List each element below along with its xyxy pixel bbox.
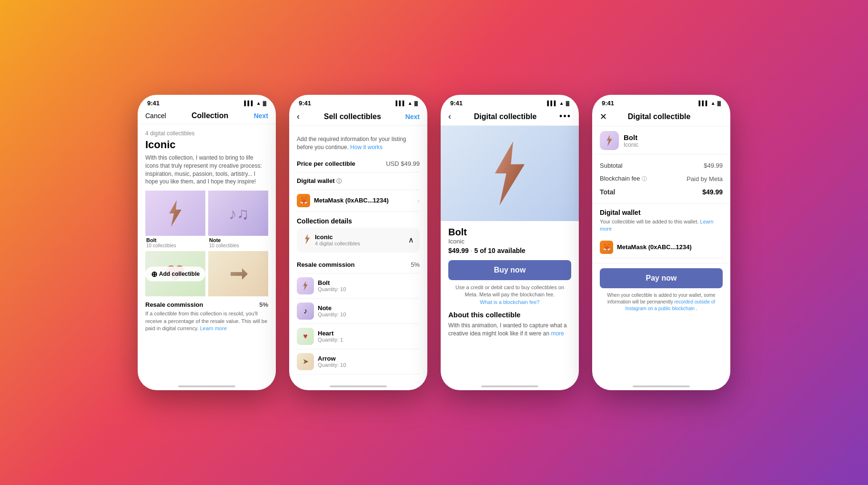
collectible-heart[interactable]: ♥ Heart Quantity: 1 bbox=[297, 324, 420, 349]
wallet-item-4[interactable]: 🦊 MetaMask (0xABC...1234) bbox=[600, 237, 723, 258]
expand-count: 4 digital collectibles bbox=[315, 241, 408, 246]
bolt-icon bbox=[163, 199, 187, 228]
collectible-arrow-info: Arrow Quantity: 10 bbox=[318, 355, 346, 368]
pay-note: When your collectible is added to your w… bbox=[600, 292, 723, 312]
collectible-note[interactable]: ♪ Note Quantity: 10 bbox=[297, 299, 420, 324]
fee-label: Blockchain fee ⓘ bbox=[600, 175, 647, 182]
nav-bar-3: ‹ Digital collectible ••• bbox=[441, 109, 579, 126]
resale-row-2: Resale commission 5% bbox=[297, 256, 420, 273]
nav-title-3: Digital collectible bbox=[474, 112, 537, 121]
buy-now-button[interactable]: Buy now bbox=[448, 260, 571, 280]
collection-title: Iconic bbox=[145, 139, 268, 151]
how-it-works-link[interactable]: How it works bbox=[350, 144, 383, 151]
back-button-3[interactable]: ‹ bbox=[448, 111, 451, 121]
bolt-count: 10 collectibles bbox=[145, 243, 205, 248]
grid-item-bolt[interactable]: Bolt 10 collectibles bbox=[145, 191, 205, 248]
dw-desc: Your collectible will be added to this w… bbox=[600, 218, 723, 233]
svg-marker-0 bbox=[169, 200, 182, 227]
note-image: ♪♫ bbox=[208, 191, 268, 236]
battery-icon-4: ▓ bbox=[717, 101, 721, 106]
collection-expand[interactable]: Iconic 4 digital collectibles ∧ bbox=[297, 228, 420, 253]
collection-desc: With this collection, I wanted to bring … bbox=[145, 154, 268, 186]
grid-item-note[interactable]: ♪♫ Note 10 collectibles bbox=[208, 191, 268, 248]
pay-now-button[interactable]: Pay now bbox=[600, 268, 723, 288]
scroll-1: 4 digital collectibles Iconic With this … bbox=[138, 124, 276, 382]
detail-item-icon bbox=[600, 131, 619, 150]
total-value: $49.99 bbox=[702, 188, 723, 196]
note-name: Note bbox=[208, 237, 268, 243]
total-row: Total $49.99 bbox=[600, 185, 723, 199]
subtotal-value: $49.99 bbox=[704, 162, 723, 169]
signal-icon-2: ▌▌▌ bbox=[396, 101, 406, 106]
note-item-name: Note bbox=[318, 304, 346, 312]
subtotal-row: Subtotal $49.99 bbox=[600, 159, 723, 172]
status-bar-4: 9:41 ▌▌▌ ▲ ▓ bbox=[592, 95, 730, 109]
about-title: About this collectible bbox=[448, 311, 571, 319]
phone-3: 9:41 ▌▌▌ ▲ ▓ ‹ Digital collectible ••• bbox=[441, 95, 579, 390]
digital-wallet-section: Digital wallet Your collectible will be … bbox=[592, 204, 730, 263]
collectibles-grid: Bolt 10 collectibles bbox=[145, 191, 268, 296]
about-more-link[interactable]: more bbox=[551, 330, 564, 337]
fee-row: Blockchain fee ⓘ Paid by Meta bbox=[600, 172, 723, 185]
wallet-name-4: MetaMask (0xABC...1234) bbox=[617, 243, 692, 251]
wifi-icon-3: ▲ bbox=[559, 101, 564, 106]
wallet-row[interactable]: Digital wallet ⓘ bbox=[297, 172, 420, 190]
status-icons-4: ▌▌▌ ▲ ▓ bbox=[699, 101, 721, 106]
wallet-name-2: MetaMask (0xABC...1234) bbox=[314, 197, 389, 204]
add-collectible-label: Add collectible bbox=[159, 271, 200, 277]
back-button-2[interactable]: ‹ bbox=[297, 111, 300, 121]
collection-details-title: Collection details bbox=[297, 217, 420, 225]
resale-desc: If a collectible from this collection is… bbox=[145, 310, 268, 332]
nav-title-4: Digital collectible bbox=[628, 112, 691, 121]
add-circle-icon: ⊕ bbox=[151, 269, 157, 278]
wallet-label: Digital wallet ⓘ bbox=[297, 177, 342, 185]
collectible-bolt[interactable]: Bolt Quantity: 10 bbox=[297, 273, 420, 299]
status-icons-1: ▌▌▌ ▲ ▓ bbox=[244, 101, 266, 106]
product-bolt-icon bbox=[481, 138, 538, 209]
collectible-arrow-icon: ➤ bbox=[297, 353, 314, 370]
status-bar-3: 9:41 ▌▌▌ ▲ ▓ bbox=[441, 95, 579, 109]
collectible-bolt-info: Bolt Quantity: 10 bbox=[318, 279, 346, 292]
signal-icon: ▌▌▌ bbox=[244, 101, 254, 106]
content-2: Add the required information for your li… bbox=[289, 126, 427, 382]
nav-bar-1: Cancel Collection Next bbox=[138, 109, 276, 124]
price-breakdown: Subtotal $49.99 Blockchain fee ⓘ Paid by… bbox=[592, 154, 730, 204]
collectible-note-icon: ♪ bbox=[297, 303, 314, 320]
learn-more-link[interactable]: Learn more bbox=[200, 325, 227, 331]
nav-title-2: Sell collectibles bbox=[324, 112, 381, 121]
bolt-name: Bolt bbox=[145, 237, 205, 243]
expand-chevron: ∧ bbox=[408, 235, 414, 244]
status-time-3: 9:41 bbox=[450, 100, 463, 107]
status-icons-3: ▌▌▌ ▲ ▓ bbox=[547, 101, 569, 106]
wallet-item-2[interactable]: 🦊 MetaMask (0xABC...1234) › bbox=[297, 190, 420, 212]
close-button-4[interactable]: ✕ bbox=[600, 111, 607, 122]
collection-expand-header: Iconic 4 digital collectibles ∧ bbox=[303, 232, 414, 248]
collectible-arrow[interactable]: ➤ Arrow Quantity: 10 bbox=[297, 349, 420, 374]
metamask-icon-2: 🦊 bbox=[297, 194, 310, 207]
price-value: USD $49.99 bbox=[386, 160, 420, 167]
bolt-item-qty: Quantity: 10 bbox=[318, 286, 346, 292]
nav-bar-4: ✕ Digital collectible bbox=[592, 109, 730, 126]
add-collectible-overlay[interactable]: ⊕ Add collectible bbox=[145, 266, 205, 281]
grid-item-arrow[interactable] bbox=[208, 251, 268, 296]
more-button-3[interactable]: ••• bbox=[559, 111, 571, 121]
battery-icon: ▓ bbox=[263, 101, 266, 106]
nav-bar-2: ‹ Sell collectibles Next bbox=[289, 109, 427, 126]
next-button-2[interactable]: Next bbox=[405, 113, 420, 121]
next-button-1[interactable]: Next bbox=[254, 112, 268, 120]
cancel-button[interactable]: Cancel bbox=[145, 112, 166, 120]
bolt-item-name: Bolt bbox=[318, 279, 346, 286]
grid-item-heart[interactable]: ⊕ Add collectible bbox=[145, 251, 205, 296]
product-image bbox=[441, 126, 579, 221]
wifi-icon-4: ▲ bbox=[711, 101, 716, 106]
blockchain-fee-link[interactable]: What is a blockchain fee? bbox=[480, 299, 539, 305]
home-indicator-1 bbox=[178, 385, 235, 387]
collectible-heart-icon: ♥ bbox=[297, 328, 314, 345]
detail-collection: Iconic bbox=[624, 141, 638, 148]
bolt-image bbox=[145, 191, 205, 236]
svg-marker-2 bbox=[231, 268, 248, 280]
collectible-bolt-icon bbox=[297, 277, 314, 294]
buy-note: Use a credit or debit card to buy collec… bbox=[448, 284, 571, 306]
resale-pct-2: 5% bbox=[411, 261, 420, 268]
battery-icon-3: ▓ bbox=[566, 101, 569, 106]
